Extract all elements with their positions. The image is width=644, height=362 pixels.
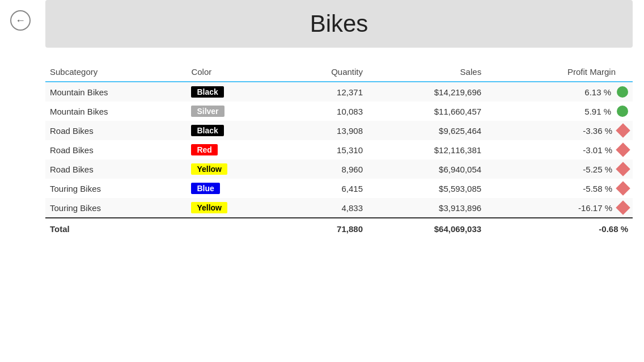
cell-subcategory: Mountain Bikes: [45, 102, 187, 121]
back-button[interactable]: ←: [10, 10, 31, 31]
cell-margin: 6.13 %: [486, 82, 633, 102]
cell-sales: $14,219,696: [367, 82, 486, 102]
content-area: Subcategory Color Quantity Sales Profit …: [45, 65, 633, 238]
cell-quantity: 10,083: [282, 102, 367, 121]
cell-color: Silver: [187, 102, 281, 121]
col-header-quantity: Quantity: [282, 65, 367, 82]
total-label: Total: [45, 218, 282, 238]
col-header-subcategory: Subcategory: [45, 65, 187, 82]
cell-color: Red: [187, 140, 281, 159]
total-margin: -0.68 %: [486, 218, 633, 238]
margin-value: -16.17 %: [578, 203, 612, 213]
table-row: Touring BikesYellow4,833$3,913,896-16.17…: [45, 198, 633, 218]
cell-quantity: 12,371: [282, 82, 367, 102]
back-icon: ←: [15, 15, 26, 27]
cell-color: Blue: [187, 179, 281, 198]
cell-subcategory: Road Bikes: [45, 140, 187, 159]
cell-margin: -3.36 %: [486, 121, 633, 140]
col-header-profit-margin: Profit Margin: [486, 65, 633, 82]
cell-sales: $3,913,896: [367, 198, 486, 218]
color-badge: Yellow: [191, 202, 227, 213]
cell-quantity: 6,415: [282, 179, 367, 198]
color-badge: Yellow: [191, 163, 227, 175]
color-badge: Black: [191, 125, 223, 136]
table-row: Road BikesRed15,310$12,116,381-3.01 %: [45, 140, 633, 159]
cell-margin: 5.91 %: [486, 102, 633, 121]
cell-subcategory: Touring Bikes: [45, 179, 187, 198]
table-row: Touring BikesBlue6,415$5,593,085-5.58 %: [45, 179, 633, 198]
total-row: Total71,880$64,069,033-0.68 %: [45, 218, 633, 238]
cell-color: Black: [187, 82, 281, 102]
negative-indicator-icon: [616, 181, 630, 195]
positive-indicator-icon: [617, 106, 628, 117]
cell-subcategory: Road Bikes: [45, 159, 187, 179]
margin-value: 5.91 %: [584, 107, 611, 116]
cell-sales: $6,940,054: [367, 159, 486, 179]
cell-sales: $12,116,381: [367, 140, 486, 159]
cell-sales: $11,660,457: [367, 102, 486, 121]
margin-value: -3.36 %: [583, 126, 612, 136]
total-quantity: 71,880: [282, 218, 367, 238]
page-title: Bikes: [45, 10, 633, 37]
cell-margin: -5.25 %: [486, 159, 633, 179]
cell-color: Yellow: [187, 159, 281, 179]
total-sales: $64,069,033: [367, 218, 486, 238]
cell-margin: -16.17 %: [486, 198, 633, 218]
margin-value: -5.25 %: [583, 165, 612, 174]
negative-indicator-icon: [616, 142, 630, 157]
table-header-row: Subcategory Color Quantity Sales Profit …: [45, 65, 633, 82]
negative-indicator-icon: [616, 123, 630, 137]
margin-value: -5.58 %: [583, 184, 612, 193]
margin-value: 6.13 %: [584, 87, 611, 97]
table-row: Mountain BikesBlack12,371$14,219,6966.13…: [45, 82, 633, 102]
header-bar: Bikes: [45, 0, 633, 48]
margin-value: -3.01 %: [583, 145, 612, 155]
cell-quantity: 8,960: [282, 159, 367, 179]
negative-indicator-icon: [616, 162, 630, 176]
col-header-color: Color: [187, 65, 281, 82]
table-row: Mountain BikesSilver10,083$11,660,4575.9…: [45, 102, 633, 121]
cell-color: Yellow: [187, 198, 281, 218]
cell-subcategory: Mountain Bikes: [45, 82, 187, 102]
color-badge: Silver: [191, 106, 224, 117]
cell-quantity: 13,908: [282, 121, 367, 140]
cell-sales: $9,625,464: [367, 121, 486, 140]
table-row: Road BikesYellow8,960$6,940,054-5.25 %: [45, 159, 633, 179]
color-badge: Red: [191, 144, 217, 155]
cell-color: Black: [187, 121, 281, 140]
col-header-sales: Sales: [367, 65, 486, 82]
cell-margin: -3.01 %: [486, 140, 633, 159]
color-badge: Blue: [191, 183, 219, 194]
color-badge: Black: [191, 86, 223, 98]
cell-quantity: 15,310: [282, 140, 367, 159]
cell-quantity: 4,833: [282, 198, 367, 218]
cell-margin: -5.58 %: [486, 179, 633, 198]
bikes-table: Subcategory Color Quantity Sales Profit …: [45, 65, 633, 238]
cell-sales: $5,593,085: [367, 179, 486, 198]
positive-indicator-icon: [617, 86, 628, 98]
negative-indicator-icon: [616, 200, 630, 214]
table-row: Road BikesBlack13,908$9,625,464-3.36 %: [45, 121, 633, 140]
cell-subcategory: Touring Bikes: [45, 198, 187, 218]
cell-subcategory: Road Bikes: [45, 121, 187, 140]
